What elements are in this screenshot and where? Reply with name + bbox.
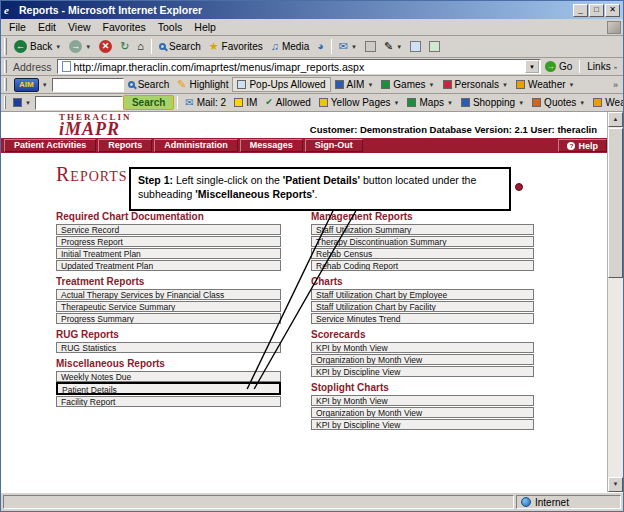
nav-tab-sign-out[interactable]: Sign-Out <box>305 139 363 152</box>
scroll-down-button[interactable]: ▼ <box>608 477 623 492</box>
messenger-button[interactable] <box>425 40 444 53</box>
links-button[interactable]: Links » <box>583 60 621 73</box>
report-button-actual-therapy-services-by-financial-class[interactable]: Actual Therapy Services by Financial Cla… <box>56 289 281 300</box>
report-button-therapeutic-service-summary[interactable]: Therapeutic Service Summary <box>56 301 281 312</box>
report-button-staff-utilization-summary[interactable]: Staff Utilization Summary <box>311 224 534 235</box>
quickbar-menu-shopping[interactable]: Shopping▼ <box>457 96 528 109</box>
forward-button[interactable]: → ▼ <box>65 39 95 54</box>
im-button[interactable]: IM <box>230 96 261 109</box>
history-button[interactable]: ◕ <box>313 40 328 53</box>
windows-logo-icon <box>607 21 621 34</box>
media-button[interactable]: ♫ Media <box>267 40 314 53</box>
toolbar-grip[interactable] <box>4 38 7 55</box>
report-button-organization-by-month-view[interactable]: Organization by Month View <box>311 407 534 418</box>
search-button[interactable]: Search <box>155 40 205 53</box>
nav-tab-administration[interactable]: Administration <box>154 139 238 152</box>
overflow-chevron-icon[interactable]: » <box>610 80 621 90</box>
nav-tab-messages[interactable]: Messages <box>240 139 303 152</box>
report-button-updated-treatment-plan[interactable]: Updated Treatment Plan <box>56 260 281 271</box>
minimize-button[interactable]: _ <box>573 4 588 17</box>
window-title: Reports - Microsoft Internet Explorer <box>19 4 572 16</box>
aim-search-label: Search <box>138 79 170 90</box>
quick-search-input[interactable] <box>35 96 123 110</box>
menu-tools[interactable]: Tools <box>152 20 189 34</box>
callout-segment: Left single-click on the <box>173 174 283 186</box>
allowed-button[interactable]: ✔ Allowed <box>261 96 315 109</box>
report-button-kpi-by-discipline-view[interactable]: KPI by Discipline View <box>311 366 534 377</box>
maximize-button[interactable]: □ <box>589 4 604 17</box>
quickbar-menu-maps[interactable]: Maps▼ <box>403 96 456 109</box>
menu-view[interactable]: View <box>62 20 97 34</box>
back-button[interactable]: ← Back ▼ <box>10 39 65 54</box>
report-button-therapy-discontinuation-summary[interactable]: Therapy Discontinuation Summary <box>311 236 534 247</box>
report-button-rug-statistics[interactable]: RUG Statistics <box>56 342 281 353</box>
report-button-initial-treatment-plan[interactable]: Initial Treatment Plan <box>56 248 281 259</box>
aimbar-menu-label: Games <box>393 79 425 90</box>
report-button-organization-by-month-view[interactable]: Organization by Month View <box>311 354 534 365</box>
aimbar-menu-games[interactable]: Games▼ <box>377 78 438 91</box>
aol-menu-button[interactable]: ▼ <box>9 97 35 108</box>
section-heading-charts: Charts <box>311 276 534 287</box>
report-button-progress-summary[interactable]: Progress Summary <box>56 313 281 324</box>
mail-button[interactable]: ✉ ▼ <box>335 40 361 53</box>
toolbar-grip[interactable] <box>4 78 7 92</box>
report-button-patient-details[interactable]: Patient Details <box>56 382 281 395</box>
report-button-staff-utilization-chart-by-facility[interactable]: Staff Utilization Chart by Facility <box>311 301 534 312</box>
favorites-button[interactable]: ★ Favorites <box>205 40 267 53</box>
edit-button[interactable]: ✎ ▼ <box>380 40 406 53</box>
discuss-button[interactable] <box>406 40 425 53</box>
print-button[interactable] <box>361 40 380 53</box>
edit-icon: ✎ <box>384 41 393 52</box>
report-button-weekly-notes-due[interactable]: Weekly Notes Due <box>56 371 281 382</box>
report-button-staff-utilization-chart-by-employee[interactable]: Staff Utilization Chart by Employee <box>311 289 534 300</box>
refresh-button[interactable]: ↻ <box>116 40 133 53</box>
aimbar-menu-aim[interactable]: AIM▼ <box>331 78 378 91</box>
report-button-progress-report[interactable]: Progress Report <box>56 236 281 247</box>
quick-search-button[interactable]: Search <box>123 95 174 110</box>
aim-search-button[interactable]: Search <box>124 78 174 91</box>
toolbar-grip[interactable] <box>4 96 6 110</box>
page-icon <box>62 61 71 72</box>
report-button-rehab-coding-report[interactable]: Rehab Coding Report <box>311 260 534 271</box>
report-button-rehab-census[interactable]: Rehab Census <box>311 248 534 259</box>
quickbar-menu-yellow-pages[interactable]: Yellow Pages▼ <box>315 96 404 109</box>
menu-file[interactable]: File <box>3 20 32 34</box>
stop-button[interactable]: ✕ <box>95 39 116 54</box>
highlight-button[interactable]: ✎ Highlight <box>173 78 232 91</box>
report-button-kpi-by-discipline-view[interactable]: KPI by Discipline View <box>311 419 534 430</box>
report-button-kpi-by-month-view[interactable]: KPI by Month View <box>311 395 534 406</box>
report-button-service-minutes-trend[interactable]: Service Minutes Trend <box>311 313 534 324</box>
quickbar-menu-weather[interactable]: Weather▼ <box>589 96 624 109</box>
address-dropdown-button[interactable]: ▼ <box>525 60 539 73</box>
mail-count-button[interactable]: ✉ Mail: 2 <box>181 96 230 109</box>
report-button-service-record[interactable]: Service Record <box>56 224 281 235</box>
go-button[interactable]: → Go <box>541 60 576 73</box>
popups-allowed-button[interactable]: Pop-Ups Allowed <box>232 77 330 92</box>
step-callout: Step 1: Left single-click on the 'Patien… <box>129 167 511 211</box>
menu-favorites[interactable]: Favorites <box>97 20 152 34</box>
aimbar-menu-weather[interactable]: Weather▼ <box>512 78 579 91</box>
home-button[interactable]: ⌂ <box>133 40 148 53</box>
favorites-label: Favorites <box>222 41 263 52</box>
nav-tab-help[interactable]: ? Help <box>558 139 607 152</box>
forward-dropdown-icon: ▼ <box>85 44 91 50</box>
menu-help[interactable]: Help <box>188 20 222 34</box>
menu-edit[interactable]: Edit <box>32 20 62 34</box>
vertical-scrollbar[interactable]: ▲ ▼ <box>607 112 623 492</box>
home-icon: ⌂ <box>137 41 144 52</box>
nav-tab-patient-activities[interactable]: Patient Activities <box>4 139 96 152</box>
scroll-up-button[interactable]: ▲ <box>608 112 623 127</box>
report-button-facility-report[interactable]: Facility Report <box>56 396 281 407</box>
quickbar-menu-quotes[interactable]: Quotes▼ <box>528 96 589 109</box>
aim-logo-button[interactable]: AIM ▼ <box>10 77 52 93</box>
aimbar-menu-personals[interactable]: Personals▼ <box>439 78 512 91</box>
scrollbar-thumb[interactable] <box>608 128 623 278</box>
nav-tab-reports[interactable]: Reports <box>98 139 152 152</box>
address-input[interactable] <box>74 60 525 73</box>
back-label: Back <box>30 41 52 52</box>
toolbar-grip[interactable] <box>4 60 7 74</box>
callout-dot <box>515 183 523 191</box>
close-button[interactable]: ✕ <box>605 4 620 17</box>
aim-search-input[interactable] <box>52 78 124 92</box>
report-button-kpi-by-month-view[interactable]: KPI by Month View <box>311 342 534 353</box>
